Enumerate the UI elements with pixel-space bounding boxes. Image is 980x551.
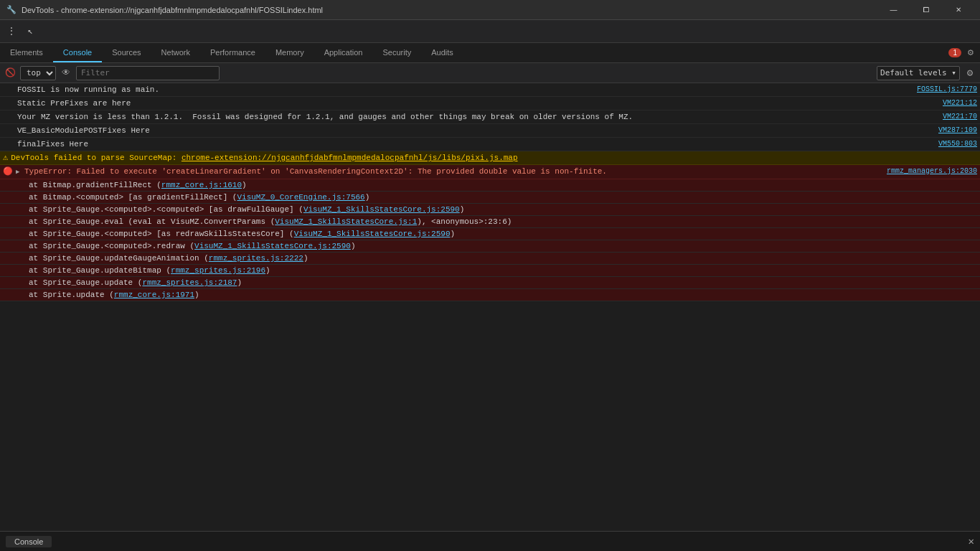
stack-text: at Sprite_Gauge.updateBitmap (rmmz_sprit… <box>29 265 977 276</box>
stack-link[interactable]: rmmz_sprites.js:2222 <box>209 254 303 263</box>
default-levels-dropdown[interactable]: Default levels ▾ <box>877 66 960 80</box>
tab-network[interactable]: Network <box>151 43 200 62</box>
stack-link[interactable]: VisuMZ_1_SkillsStatesCore.js:1 <box>275 217 417 226</box>
default-levels-label: Default levels ▾ <box>880 68 956 77</box>
stack-link[interactable]: rmmz_core.js:1971 <box>114 291 194 299</box>
console-output: FOSSIL is now running as main. FOSSIL.js… <box>0 83 980 551</box>
stack-text: at Sprite_Gauge.eval (eval at VisuMZ.Con… <box>29 216 977 227</box>
taskbar-console-tab[interactable]: Console <box>6 536 52 547</box>
log-text: Static PreFixes are here <box>17 98 891 109</box>
log-source[interactable]: VM221:70 <box>891 111 977 123</box>
inspect-button[interactable]: ↖ <box>22 23 39 40</box>
stack-line-2: at Bitmap.<computed> [as gradientFillRec… <box>0 192 980 204</box>
toolbar: ⋮ ↖ <box>0 20 980 43</box>
tab-application[interactable]: Application <box>314 43 373 62</box>
settings-gear[interactable]: ⚙ <box>967 48 974 57</box>
error-block: 🔴 TypeError: Failed to execute 'createLi… <box>0 165 980 301</box>
log-text: FOSSIL is now running as main. <box>17 84 891 95</box>
stack-text: at Sprite_Gauge.<computed>.redraw (VisuM… <box>29 240 977 252</box>
tab-bar: Elements Console Sources Network Perform… <box>0 43 980 63</box>
stack-text: at Sprite_Gauge.<computed> [as redrawSki… <box>29 228 977 240</box>
title-text: DevTools - chrome-extension://njgcanhfjd… <box>22 6 877 14</box>
close-button[interactable]: ✕ <box>942 0 974 20</box>
log-line-mz: Your MZ version is less than 1.2.1. Foss… <box>0 110 980 124</box>
log-line-warning: ⚠ DevTools failed to parse SourceMap: ch… <box>0 151 980 165</box>
stack-link[interactable]: rmmz_core.js:1610 <box>161 181 242 189</box>
stack-text: at Sprite.update (rmmz_core.js:1971) <box>29 289 977 301</box>
log-source[interactable]: VM550:803 <box>891 138 977 150</box>
stack-line-6: at Sprite_Gauge.<computed>.redraw (VisuM… <box>0 240 980 253</box>
stack-line-7: at Sprite_Gauge.updateGaugeAnimation (rm… <box>0 253 980 265</box>
stack-link[interactable]: VisuMZ_0_CoreEngine.js:7566 <box>237 193 364 202</box>
empty-space <box>0 301 980 537</box>
stack-link[interactable]: rmmz_sprites.js:2187 <box>142 278 237 287</box>
title-bar: 🔧 DevTools - chrome-extension://njgcanhf… <box>0 0 980 20</box>
tab-console[interactable]: Console <box>53 43 102 62</box>
warning-icon: ⚠ <box>3 152 8 164</box>
stack-text: at Sprite_Gauge.update (rmmz_sprites.js:… <box>29 277 977 288</box>
window-controls: — ⧠ ✕ <box>877 0 974 20</box>
console-settings-button[interactable]: ⚙ <box>963 66 977 80</box>
log-source[interactable]: FOSSIL.js:7779 <box>891 84 977 95</box>
stack-text: at Bitmap.<computed> [as gradientFillRec… <box>29 192 977 203</box>
stack-line-10: at Sprite.update (rmmz_core.js:1971) <box>0 289 980 301</box>
restore-button[interactable]: ⧠ <box>910 0 942 20</box>
console-toolbar: 🚫 top 👁 Default levels ▾ ⚙ <box>0 63 980 83</box>
warning-link[interactable]: chrome-extension://njgcanhfjdabfmnlmpmde… <box>182 154 518 162</box>
eye-button[interactable]: 👁 <box>59 66 73 80</box>
stack-text: at Sprite_Gauge.<computed>.<computed> [a… <box>29 204 977 215</box>
tab-audits[interactable]: Audits <box>421 43 463 62</box>
stack-line-3: at Sprite_Gauge.<computed>.<computed> [a… <box>0 204 980 216</box>
stack-line-9: at Sprite_Gauge.update (rmmz_sprites.js:… <box>0 277 980 289</box>
error-main-line: 🔴 TypeError: Failed to execute 'createLi… <box>0 165 980 179</box>
taskbar-close[interactable]: ✕ <box>969 535 974 547</box>
log-text: finalFixes Here <box>17 138 891 150</box>
error-main-text: TypeError: Failed to execute 'createLine… <box>24 166 881 177</box>
stack-link[interactable]: VisuMZ_1_SkillsStatesCore.js:2590 <box>194 242 351 250</box>
tab-security[interactable]: Security <box>372 43 421 62</box>
tab-elements[interactable]: Elements <box>0 43 53 62</box>
tab-sources[interactable]: Sources <box>102 43 151 62</box>
stack-text: at Sprite_Gauge.updateGaugeAnimation (rm… <box>29 253 977 264</box>
stack-link[interactable]: VisuMZ_1_SkillsStatesCore.js:2590 <box>294 230 451 238</box>
log-text-warning: DevTools failed to parse SourceMap: chro… <box>11 152 977 164</box>
devtools-icon: 🔧 <box>6 4 17 16</box>
filter-input[interactable] <box>76 66 220 80</box>
error-icon: 🔴 <box>3 166 13 177</box>
stack-line-5: at Sprite_Gauge.<computed> [as redrawSki… <box>0 228 980 240</box>
tab-performance[interactable]: Performance <box>200 43 265 62</box>
log-line-fossil: FOSSIL is now running as main. FOSSIL.js… <box>0 83 980 97</box>
error-badge: 1 <box>948 48 961 57</box>
log-text: Your MZ version is less than 1.2.1. Foss… <box>17 111 891 123</box>
stack-line-8: at Sprite_Gauge.updateBitmap (rmmz_sprit… <box>0 265 980 277</box>
context-selector[interactable]: top <box>20 66 56 80</box>
log-line-ve: VE_BasicModulePOSTFixes Here VM287:109 <box>0 124 980 138</box>
error-main-source[interactable]: rmmz_managers.js:2030 <box>881 166 977 177</box>
stack-line-4: at Sprite_Gauge.eval (eval at VisuMZ.Con… <box>0 216 980 228</box>
stack-link[interactable]: rmmz_sprites.js:2196 <box>171 266 265 275</box>
stack-text: at Bitmap.gradientFillRect (rmmz_core.js… <box>29 179 977 191</box>
devtools-body: ⋮ ↖ Elements Console Sources Network Per… <box>0 20 980 551</box>
log-line-final: finalFixes Here VM550:803 <box>0 138 980 151</box>
log-text: VE_BasicModulePOSTFixes Here <box>17 125 891 136</box>
stack-link[interactable]: VisuMZ_1_SkillsStatesCore.js:2590 <box>303 205 460 214</box>
clear-console-button[interactable]: 🚫 <box>3 66 17 80</box>
log-source[interactable]: VM221:12 <box>891 98 977 109</box>
stack-line-1: at Bitmap.gradientFillRect (rmmz_core.js… <box>0 179 980 192</box>
log-source[interactable]: VM287:109 <box>891 125 977 136</box>
tab-right-controls: 1 ⚙ <box>948 43 980 62</box>
minimize-button[interactable]: — <box>877 0 910 20</box>
customize-button[interactable]: ⋮ <box>3 23 20 40</box>
error-expand-triangle[interactable] <box>16 166 24 178</box>
tab-memory[interactable]: Memory <box>265 43 314 62</box>
taskbar: Console ✕ <box>0 531 980 551</box>
log-line-static: Static PreFixes are here VM221:12 <box>0 97 980 110</box>
